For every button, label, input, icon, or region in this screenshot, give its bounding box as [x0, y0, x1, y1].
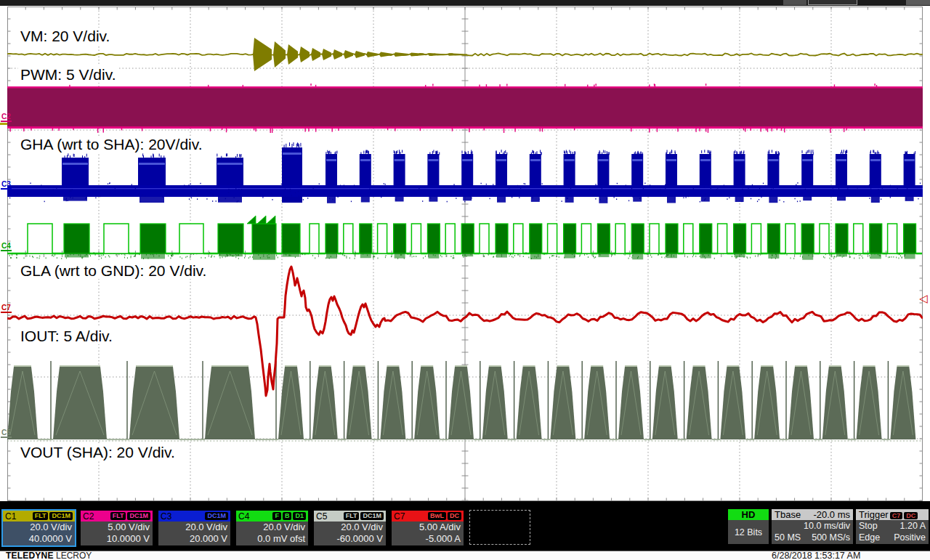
channel-offset: -60.0000 V — [317, 533, 383, 545]
channel-header: C1FLTDC1M — [3, 511, 75, 522]
empty-descriptor-slot — [469, 510, 530, 545]
channel-badge: DC1M — [360, 512, 384, 520]
trigger-badge: C7 — [890, 512, 903, 519]
trigger-slope: Positive — [894, 532, 926, 543]
channel-badge: B — [283, 512, 292, 520]
timebase-rate: 500 MS/s — [812, 532, 850, 543]
channel-readout: 20.0 V/div0.0 mV ofst — [236, 522, 308, 545]
trace-label-vm: VM: 20 V/div. — [18, 28, 112, 44]
channel-scale: 20.0 V/div — [6, 522, 72, 533]
channel-marker-c2[interactable]: C2 — [1, 113, 12, 122]
trigger-mode: Stop — [859, 520, 878, 532]
hd-bits: 12 Bits — [735, 527, 762, 537]
title-strip-fragment — [783, 0, 806, 5]
trigger-box[interactable]: Trigger C7DC Stop 1.20 A Edge Positive — [856, 509, 929, 544]
trigger-level-value: 1.20 A — [900, 520, 926, 532]
channel-box-c7[interactable]: C7BwLDC5.00 A/div-5.000 A — [390, 509, 465, 547]
channel-scale: 5.00 V/div — [84, 522, 150, 533]
channel-badge: FLT — [344, 512, 360, 520]
channel-marker-c7[interactable]: C7 — [1, 304, 12, 313]
channel-scale: 5.00 A/div — [395, 522, 461, 533]
title-strip-fragment — [808, 0, 857, 5]
status-bar: C1FLTDC1M20.0 V/div40.0000 VC2FLTDC1M5.0… — [0, 501, 930, 551]
hd-label: HD — [742, 509, 756, 520]
channel-header: C3DC1M — [158, 511, 230, 522]
channel-id: C2 — [83, 511, 94, 522]
channel-id: C5 — [316, 511, 327, 522]
trigger-level-marker[interactable]: ◁ — [919, 293, 928, 304]
channel-box-c1[interactable]: C1FLTDC1M20.0 V/div40.0000 V — [1, 509, 76, 547]
hd-mode-box[interactable]: HD 12 Bits — [728, 509, 769, 544]
trigger-header: Trigger C7DC — [856, 509, 929, 520]
channel-box-c3[interactable]: C3DC1M20.0 V/div20.000 V — [157, 509, 232, 547]
channel-badge: DC1M — [49, 512, 73, 520]
hd-mode-header: HD — [728, 509, 769, 520]
channel-offset: 20.000 V — [161, 533, 227, 545]
channel-header: C5FLTDC1M — [314, 511, 386, 522]
footer-strip: TELEDYNE LECROY 6/28/2018 1:53:17 AM — [0, 551, 930, 560]
timebase-label: Tbase — [775, 509, 801, 520]
timebase-samples: 50 MS — [775, 532, 801, 543]
channel-box-c5[interactable]: C5FLTDC1M20.0 V/div-60.0000 V — [312, 509, 387, 547]
channel-badge: FLT — [110, 512, 126, 520]
channel-scale: 20.0 V/div — [317, 522, 383, 533]
channel-descriptor-boxes: C1FLTDC1M20.0 V/div40.0000 VC2FLTDC1M5.0… — [1, 509, 530, 547]
trace-label-gla: GLA (wrt to GND): 20 V/div. — [18, 262, 209, 279]
brand-secondary: LECROY — [56, 551, 92, 560]
channel-badge: DC — [448, 512, 461, 520]
channel-badge: D1 — [293, 512, 306, 520]
channel-scale: 20.0 V/div — [239, 522, 305, 533]
trigger-type: Edge — [859, 532, 880, 543]
channel-readout: 20.0 V/div-60.0000 V — [314, 522, 386, 545]
datetime-display: 6/28/2018 1:53:17 AM — [772, 551, 860, 560]
timebase-header: Tbase -20.0 ms — [772, 509, 853, 520]
channel-readout: 20.0 V/div40.0000 V — [3, 522, 75, 545]
trigger-badge: DC — [904, 512, 918, 519]
channel-readout: 20.0 V/div20.000 V — [158, 522, 230, 545]
timebase-per-div: 10.0 ms/div — [804, 520, 850, 532]
channel-id: C1 — [5, 511, 16, 522]
trace-label-gha: GHA (wrt to SHA): 20V/div. — [18, 136, 205, 153]
trace-label-pwm: PWM: 5 V/div. — [18, 66, 118, 83]
trigger-source-badges: C7DC — [889, 509, 918, 520]
channel-marker-c3[interactable]: C3 — [1, 181, 12, 190]
title-strip — [0, 0, 930, 6]
channel-offset: 40.0000 V — [6, 533, 72, 545]
title-strip-fragment — [906, 0, 930, 5]
brand-logo: TELEDYNE LECROY — [6, 551, 92, 560]
channel-header: C4FBD1 — [236, 511, 308, 522]
oscilloscope-screen: VM: 20 V/div. PWM: 5 V/div. GHA (wrt to … — [0, 0, 930, 560]
timebase-body: 10.0 ms/div 50 MS 500 MS/s — [772, 520, 853, 544]
channel-offset: 10.0000 V — [84, 533, 150, 545]
channel-badge: F — [272, 512, 281, 520]
channel-id: C3 — [161, 511, 171, 522]
channel-scale: 20.0 V/div — [161, 522, 227, 533]
trigger-label: Trigger — [859, 509, 889, 520]
waveform-display-grid — [7, 7, 923, 501]
channel-id: C4 — [238, 511, 249, 522]
hd-mode-body: 12 Bits — [728, 520, 769, 544]
channel-badge: DC1M — [205, 512, 228, 520]
channel-header: C2FLTDC1M — [81, 511, 153, 522]
channel-badge: BwL — [428, 512, 446, 520]
timebase-box[interactable]: Tbase -20.0 ms 10.0 ms/div 50 MS 500 MS/… — [772, 509, 853, 544]
channel-marker-c5[interactable]: C5 — [1, 429, 12, 438]
trace-label-vout: VOUT (SHA): 20 V/div. — [18, 444, 177, 460]
channel-readout: 5.00 V/div10.0000 V — [81, 522, 153, 545]
channel-marker-c4[interactable]: C4 — [1, 243, 12, 251]
channel-badge: DC1M — [127, 512, 150, 520]
trigger-body: Stop 1.20 A Edge Positive — [856, 520, 929, 544]
channel-id: C7 — [394, 511, 405, 522]
timebase-offset: -20.0 ms — [813, 509, 850, 520]
channel-badge: FLT — [33, 512, 49, 520]
channel-box-c2[interactable]: C2FLTDC1M5.00 V/div10.0000 V — [79, 509, 154, 547]
channel-offset: -5.000 A — [395, 533, 461, 545]
channel-header: C7BwLDC — [392, 511, 464, 522]
c1-offset-marker[interactable] — [0, 123, 7, 125]
channel-readout: 5.00 A/div-5.000 A — [392, 522, 464, 545]
channel-box-c4[interactable]: C4FBD120.0 V/div0.0 mV ofst — [235, 509, 310, 547]
channel-offset: 0.0 mV ofst — [239, 533, 305, 545]
brand-primary: TELEDYNE — [6, 551, 54, 560]
trace-label-iout: IOUT: 5 A/div. — [18, 328, 115, 344]
